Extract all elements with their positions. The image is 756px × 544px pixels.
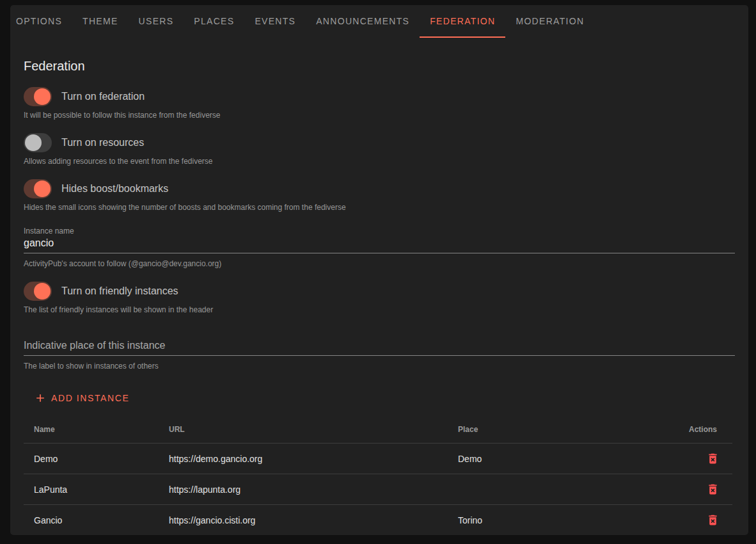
instance-place-hint: The label to show in instances of others — [24, 362, 735, 371]
cell-url: https://lapunta.org — [159, 474, 448, 505]
instance-name-input[interactable] — [24, 236, 735, 253]
admin-panel-card: OPTIONS THEME USERS PLACES EVENTS ANNOUN… — [10, 5, 748, 535]
resources-toggle-hint: Allows adding resources to the event fro… — [24, 157, 735, 166]
boost-toggle-hint: Hides the small icons showing the number… — [24, 203, 735, 212]
tab-theme[interactable]: THEME — [72, 5, 129, 38]
admin-tabs: OPTIONS THEME USERS PLACES EVENTS ANNOUN… — [10, 5, 748, 38]
plus-icon — [34, 392, 47, 404]
cell-url: https://demo.gancio.org — [159, 444, 448, 474]
tab-users[interactable]: USERS — [129, 5, 184, 38]
cell-place: Demo — [448, 444, 640, 474]
tab-options[interactable]: OPTIONS — [10, 5, 72, 38]
switch-thumb — [34, 283, 51, 300]
header-actions: Actions — [640, 417, 732, 444]
header-place: Place — [448, 417, 640, 444]
trash-icon — [706, 452, 720, 465]
table-row: Gancio https://gancio.cisti.org Torino — [24, 505, 732, 536]
tab-places[interactable]: PLACES — [184, 5, 244, 38]
instance-place-input[interactable] — [24, 338, 735, 356]
resources-toggle-label: Turn on resources — [61, 137, 144, 148]
table-header-row: Name URL Place Actions — [24, 417, 732, 444]
boost-toggle-label: Hides boost/bookmarks — [61, 183, 168, 195]
cell-name: Gancio — [24, 505, 159, 536]
cell-url: https://gancio.cisti.org — [159, 505, 448, 536]
add-instance-label: ADD INSTANCE — [51, 393, 129, 403]
boost-toggle-row: Hides boost/bookmarks — [24, 179, 735, 198]
cell-name: Demo — [24, 444, 159, 474]
friendly-toggle-hint: The list of friendly instances will be s… — [24, 305, 735, 314]
header-url: URL — [159, 417, 448, 444]
cell-place — [448, 474, 640, 505]
federation-toggle[interactable] — [24, 87, 52, 106]
instance-name-field: Instance name ActivityPub's account to f… — [24, 227, 735, 268]
switch-thumb — [34, 88, 51, 105]
boost-toggle[interactable] — [24, 179, 52, 198]
tab-federation[interactable]: FEDERATION — [420, 5, 505, 38]
cell-name: LaPunta — [24, 474, 159, 505]
trash-icon — [706, 513, 720, 527]
friendly-toggle-label: Turn on friendly instances — [61, 285, 178, 297]
delete-instance-button[interactable] — [705, 481, 721, 497]
delete-instance-button[interactable] — [705, 451, 721, 467]
resources-toggle-row: Turn on resources — [24, 133, 735, 152]
switch-thumb — [34, 180, 51, 197]
cell-place: Torino — [448, 505, 640, 536]
friendly-instances-table: Name URL Place Actions Demo https://demo… — [24, 417, 732, 535]
table-row: Demo https://demo.gancio.org Demo — [24, 444, 732, 474]
instance-name-hint: ActivityPub's account to follow (@gancio… — [24, 259, 735, 268]
tab-events[interactable]: EVENTS — [244, 5, 306, 38]
instance-place-field: The label to show in instances of others — [24, 338, 735, 371]
header-name: Name — [24, 417, 159, 444]
switch-thumb — [25, 134, 42, 151]
federation-toggle-hint: It will be possible to follow this insta… — [24, 111, 735, 120]
friendly-toggle-row: Turn on friendly instances — [24, 282, 735, 301]
federation-toggle-row: Turn on federation — [24, 87, 735, 106]
add-instance-button[interactable]: ADD INSTANCE — [29, 388, 134, 408]
federation-settings: Federation Turn on federation It will be… — [10, 59, 748, 535]
federation-toggle-label: Turn on federation — [61, 91, 145, 102]
page-title: Federation — [24, 59, 735, 74]
instance-name-label: Instance name — [24, 227, 735, 236]
delete-instance-button[interactable] — [705, 512, 721, 528]
friendly-instances-toggle[interactable] — [24, 282, 52, 301]
table-row: LaPunta https://lapunta.org — [24, 474, 732, 505]
trash-icon — [706, 483, 720, 496]
tab-announcements[interactable]: ANNOUNCEMENTS — [306, 5, 420, 38]
resources-toggle[interactable] — [24, 133, 52, 152]
tab-moderation[interactable]: MODERATION — [505, 5, 594, 38]
